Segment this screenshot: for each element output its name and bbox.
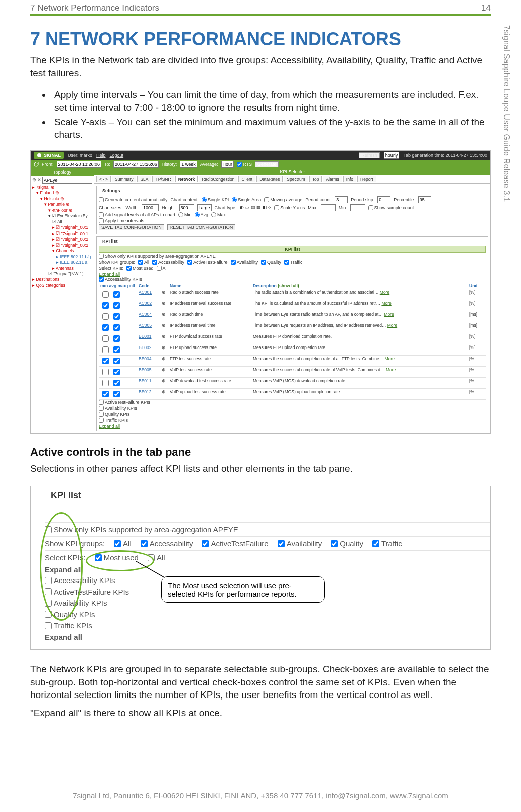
more-link[interactable]: More <box>381 301 391 306</box>
group-avail-checkbox[interactable]: Availability <box>231 260 258 265</box>
expand-icon[interactable]: ⊕ <box>160 311 168 322</box>
min-input[interactable] <box>350 204 365 211</box>
expand-all-link-top[interactable]: Expand all <box>45 564 490 575</box>
expand-icon[interactable]: ⊕ <box>160 300 168 311</box>
row-checks[interactable] <box>99 333 137 344</box>
row-checks[interactable] <box>99 344 137 355</box>
gen-auto-checkbox[interactable]: Generate content automatically <box>99 197 168 202</box>
tab-client[interactable]: Client <box>238 176 255 182</box>
save-tab-button[interactable]: SAVE TAB CONFIGURATION <box>99 224 164 230</box>
height-input[interactable]: 500 <box>179 204 194 211</box>
expand-all-top[interactable]: Expand all <box>99 272 486 277</box>
refresh-interval-select[interactable]: hourly <box>384 152 400 159</box>
tree-ieee-bg[interactable]: IEEE 802.11 b/g <box>60 254 91 259</box>
min-radio[interactable]: Min <box>178 212 192 217</box>
help-link[interactable]: Help <box>96 153 106 158</box>
logout-link[interactable]: Logout <box>110 153 124 158</box>
apeye-select[interactable]: APEye <box>42 177 92 184</box>
row-checks[interactable] <box>99 311 137 322</box>
row-checks[interactable] <box>99 300 137 311</box>
most-used-checkbox[interactable]: Most used <box>126 266 154 271</box>
width-input[interactable]: 1000 <box>142 204 159 211</box>
group-traffic-checkbox[interactable]: Traffic <box>284 260 303 265</box>
tree-elevator[interactable]: EyeElevator (Ey <box>57 213 88 218</box>
tab-top[interactable]: Top <box>309 176 322 182</box>
tree-eye-1[interactable]: "7signal"_00:1 <box>61 225 88 230</box>
from-input[interactable]: 2011-04-20 13:26:06 <box>57 161 102 168</box>
tab-radio[interactable]: RadioCongestion <box>199 176 237 182</box>
show-only-checkbox[interactable]: Show only KPIs supported by area-aggrega… <box>99 254 216 259</box>
add-signal-checkbox[interactable]: Add signal levels of all APs to chart <box>99 212 175 217</box>
kpi-code[interactable]: BE004 <box>137 355 160 366</box>
tree-destinations[interactable]: Destinations <box>36 277 59 282</box>
tree-panuntie[interactable]: Panuntie <box>48 202 65 207</box>
traffic-kpis-checkbox[interactable]: Traffic KPIs <box>99 418 128 423</box>
group-all-checkbox-2[interactable]: All <box>114 539 132 548</box>
kpi-code[interactable]: AC001 <box>137 289 160 300</box>
expand-icon[interactable]: ⊕ <box>160 289 168 300</box>
expand-all-link-bottom[interactable]: Expand all <box>45 632 490 642</box>
row-checks[interactable] <box>99 322 137 333</box>
period-count-input[interactable]: 3 <box>335 196 348 203</box>
row-checks[interactable] <box>99 388 137 399</box>
tab-report[interactable]: Report <box>357 176 376 182</box>
tree-nw[interactable]: "7signal"(NW-1) <box>53 271 83 276</box>
tree-root[interactable]: 7signal <box>36 185 49 190</box>
kpi-code[interactable]: BE001 <box>137 333 160 344</box>
expand-icon[interactable]: ⊕ <box>160 355 168 366</box>
topology-tree[interactable]: Topology ⊕✕APEye ▸ 7signal ⊕ ▾ Finland ⊕… <box>31 169 94 433</box>
select-all-checkbox-2[interactable]: All <box>148 553 165 562</box>
show-only-checkbox-2[interactable]: Show only KPIs supported by area-aggrega… <box>45 525 238 534</box>
expand-icon[interactable]: ⊕ <box>160 377 168 388</box>
expand-icon[interactable]: ⊕ <box>160 388 168 399</box>
kpi-group-item[interactable]: Traffic KPIs <box>45 620 490 632</box>
max-input[interactable] <box>321 204 336 211</box>
single-area-radio[interactable]: Single Area <box>232 197 261 202</box>
tab-nav[interactable]: < · > <box>96 176 111 182</box>
tree-channels[interactable]: Channels <box>56 248 74 253</box>
group-quality-checkbox-2[interactable]: Quality <box>331 539 363 548</box>
group-all-checkbox[interactable]: All <box>138 260 149 265</box>
group-atf-checkbox[interactable]: ActiveTestFailure <box>187 260 228 265</box>
more-link[interactable]: More <box>387 323 397 328</box>
group-quality-checkbox[interactable]: Quality <box>261 260 281 265</box>
avail-kpis-checkbox[interactable]: Availability KPIs <box>99 406 137 411</box>
expand-all-bottom[interactable]: Expand all <box>99 424 486 429</box>
group-acc-checkbox[interactable]: Accessability <box>152 260 184 265</box>
quality-kpis-checkbox[interactable]: Quality KPIs <box>99 412 130 417</box>
more-link[interactable]: More <box>380 290 389 295</box>
kpi-code[interactable]: AC005 <box>137 322 160 333</box>
kpi-code[interactable]: BE002 <box>137 344 160 355</box>
size-preset-select[interactable]: Large <box>197 204 212 211</box>
tree-all[interactable]: All <box>57 219 62 224</box>
tab-datarates[interactable]: DataRates <box>256 176 283 182</box>
more-link[interactable]: More <box>384 312 394 317</box>
more-link[interactable]: More <box>385 356 395 361</box>
row-checks[interactable] <box>99 366 137 377</box>
chart-type-icons[interactable]: ◐ ▭ ▤ ▦ ◧ ⟡ <box>240 205 272 210</box>
most-used-checkbox-2[interactable]: Most used <box>95 553 139 562</box>
tree-eye-3[interactable]: "7signal"_00:2 <box>61 237 88 242</box>
tree-floor[interactable]: 4thFloor <box>52 208 67 213</box>
moving-avg-checkbox[interactable]: Moving average <box>264 197 302 202</box>
row-checks[interactable] <box>99 355 137 366</box>
tree-finland[interactable]: Finland <box>40 190 54 195</box>
tab-sla[interactable]: SLA <box>137 176 151 182</box>
expand-icon[interactable]: ⊕ <box>160 366 168 377</box>
reset-tab-button[interactable]: RESET TAB CONFIGURATION <box>167 224 235 230</box>
group-atf-checkbox-2[interactable]: ActiveTestFailure <box>202 539 268 548</box>
average-select[interactable]: Hour <box>221 161 234 168</box>
apply-time-checkbox[interactable]: Apply time intervals <box>99 218 144 223</box>
max-radio[interactable]: Max <box>211 212 226 217</box>
expand-icon[interactable]: ⊕ <box>160 333 168 344</box>
scale-y-checkbox[interactable]: Scale Y-axis <box>274 205 305 210</box>
refresh-button[interactable]: Refresh <box>359 152 380 158</box>
collapse-icon[interactable]: ✕ <box>37 177 41 183</box>
tree-qos[interactable]: QoS categories <box>36 283 65 288</box>
to-input[interactable]: 2011-04-27 13:26:06 <box>113 161 159 168</box>
tab-spectrum[interactable]: Spectrum <box>284 176 308 182</box>
expand-icon[interactable]: ⊕ <box>32 177 36 183</box>
tab-tpsnr[interactable]: TP/SNR <box>152 176 174 182</box>
percentile-input[interactable]: 95 <box>418 196 431 203</box>
group-acc-checkbox-2[interactable]: Accessability <box>141 539 193 548</box>
